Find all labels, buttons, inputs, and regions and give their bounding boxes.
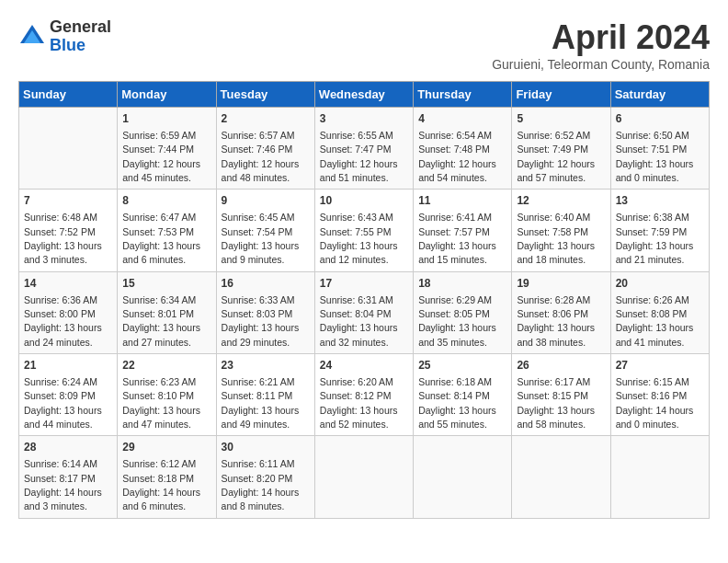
day-number: 2	[222, 111, 310, 127]
day-number: 27	[616, 358, 704, 373]
day-cell: 29Sunrise: 6:12 AM Sunset: 8:18 PM Dayli…	[118, 436, 216, 518]
day-cell: 30Sunrise: 6:11 AM Sunset: 8:20 PM Dayli…	[216, 436, 314, 518]
day-number: 10	[320, 193, 408, 209]
day-cell: 19Sunrise: 6:28 AM Sunset: 8:06 PM Dayli…	[512, 271, 610, 353]
day-number: 15	[122, 276, 210, 292]
day-cell: 14Sunrise: 6:36 AM Sunset: 8:00 PM Dayli…	[19, 271, 118, 353]
day-info: Sunrise: 6:40 AM Sunset: 7:58 PM Dayligh…	[517, 212, 595, 265]
day-cell: 24Sunrise: 6:20 AM Sunset: 8:12 PM Dayli…	[314, 354, 413, 436]
day-info: Sunrise: 6:33 AM Sunset: 8:03 PM Dayligh…	[222, 294, 300, 348]
header-cell-monday: Monday	[118, 82, 216, 108]
day-number: 28	[24, 440, 112, 455]
logo-text: General Blue	[50, 18, 111, 55]
day-cell: 3Sunrise: 6:55 AM Sunset: 7:47 PM Daylig…	[314, 108, 413, 190]
calendar-body: 1Sunrise: 6:59 AM Sunset: 7:44 PM Daylig…	[19, 108, 710, 519]
day-cell	[19, 108, 118, 190]
day-number: 6	[616, 111, 704, 127]
day-number: 26	[517, 358, 605, 373]
day-info: Sunrise: 6:50 AM Sunset: 7:51 PM Dayligh…	[616, 130, 694, 183]
day-cell: 23Sunrise: 6:21 AM Sunset: 8:11 PM Dayli…	[216, 354, 314, 436]
day-info: Sunrise: 6:38 AM Sunset: 7:59 PM Dayligh…	[616, 212, 694, 265]
header-cell-wednesday: Wednesday	[314, 82, 413, 108]
day-cell: 26Sunrise: 6:17 AM Sunset: 8:15 PM Dayli…	[512, 354, 610, 436]
day-cell	[610, 436, 709, 518]
day-info: Sunrise: 6:15 AM Sunset: 8:16 PM Dayligh…	[616, 376, 694, 430]
calendar-header: SundayMondayTuesdayWednesdayThursdayFrid…	[19, 82, 710, 108]
day-number: 18	[418, 276, 506, 292]
header-cell-tuesday: Tuesday	[216, 82, 314, 108]
day-cell: 11Sunrise: 6:41 AM Sunset: 7:57 PM Dayli…	[414, 190, 512, 271]
day-cell: 15Sunrise: 6:34 AM Sunset: 8:01 PM Dayli…	[118, 271, 216, 353]
day-cell: 4Sunrise: 6:54 AM Sunset: 7:48 PM Daylig…	[414, 108, 512, 190]
header-cell-thursday: Thursday	[414, 82, 512, 108]
page-header: General Blue April 2024 Guruieni, Teleor…	[18, 18, 710, 72]
day-info: Sunrise: 6:21 AM Sunset: 8:11 PM Dayligh…	[222, 376, 300, 430]
week-row-4: 28Sunrise: 6:14 AM Sunset: 8:17 PM Dayli…	[19, 436, 710, 518]
day-cell	[414, 436, 512, 518]
day-cell: 7Sunrise: 6:48 AM Sunset: 7:52 PM Daylig…	[19, 190, 118, 271]
day-number: 22	[122, 358, 210, 373]
day-cell: 22Sunrise: 6:23 AM Sunset: 8:10 PM Dayli…	[118, 354, 216, 436]
day-info: Sunrise: 6:18 AM Sunset: 8:14 PM Dayligh…	[418, 376, 496, 430]
day-info: Sunrise: 6:57 AM Sunset: 7:46 PM Dayligh…	[222, 130, 300, 183]
day-number: 14	[24, 276, 112, 292]
day-info: Sunrise: 6:36 AM Sunset: 8:00 PM Dayligh…	[24, 294, 102, 348]
day-info: Sunrise: 6:11 AM Sunset: 8:20 PM Dayligh…	[222, 458, 300, 511]
day-number: 20	[616, 276, 704, 292]
day-info: Sunrise: 6:55 AM Sunset: 7:47 PM Dayligh…	[320, 130, 398, 183]
day-cell: 6Sunrise: 6:50 AM Sunset: 7:51 PM Daylig…	[610, 108, 709, 190]
day-number: 19	[517, 276, 605, 292]
day-cell: 5Sunrise: 6:52 AM Sunset: 7:49 PM Daylig…	[512, 108, 610, 190]
logo-blue-text: Blue	[50, 37, 111, 55]
day-number: 24	[320, 358, 408, 373]
day-info: Sunrise: 6:26 AM Sunset: 8:08 PM Dayligh…	[616, 294, 694, 348]
day-cell: 8Sunrise: 6:47 AM Sunset: 7:53 PM Daylig…	[118, 190, 216, 271]
day-info: Sunrise: 6:48 AM Sunset: 7:52 PM Dayligh…	[24, 212, 102, 265]
day-info: Sunrise: 6:54 AM Sunset: 7:48 PM Dayligh…	[418, 130, 496, 183]
header-cell-sunday: Sunday	[19, 82, 118, 108]
day-number: 3	[320, 111, 408, 127]
title-block: April 2024 Guruieni, Teleorman County, R…	[492, 18, 710, 72]
day-cell	[512, 436, 610, 518]
calendar-table: SundayMondayTuesdayWednesdayThursdayFrid…	[18, 81, 710, 519]
day-cell: 18Sunrise: 6:29 AM Sunset: 8:05 PM Dayli…	[414, 271, 512, 353]
day-cell: 17Sunrise: 6:31 AM Sunset: 8:04 PM Dayli…	[314, 271, 413, 353]
day-number: 13	[616, 193, 704, 209]
day-number: 23	[222, 358, 310, 373]
day-number: 12	[517, 193, 605, 209]
logo-general-text: General	[50, 18, 111, 37]
day-info: Sunrise: 6:41 AM Sunset: 7:57 PM Dayligh…	[418, 212, 496, 265]
day-cell: 25Sunrise: 6:18 AM Sunset: 8:14 PM Dayli…	[414, 354, 512, 436]
day-number: 4	[418, 111, 506, 127]
day-cell: 1Sunrise: 6:59 AM Sunset: 7:44 PM Daylig…	[118, 108, 216, 190]
day-info: Sunrise: 6:59 AM Sunset: 7:44 PM Dayligh…	[122, 130, 200, 183]
day-info: Sunrise: 6:45 AM Sunset: 7:54 PM Dayligh…	[222, 212, 300, 265]
day-cell: 12Sunrise: 6:40 AM Sunset: 7:58 PM Dayli…	[512, 190, 610, 271]
day-info: Sunrise: 6:17 AM Sunset: 8:15 PM Dayligh…	[517, 376, 595, 430]
day-number: 11	[418, 193, 506, 209]
day-info: Sunrise: 6:31 AM Sunset: 8:04 PM Dayligh…	[320, 294, 398, 348]
day-cell: 9Sunrise: 6:45 AM Sunset: 7:54 PM Daylig…	[216, 190, 314, 271]
day-cell: 10Sunrise: 6:43 AM Sunset: 7:55 PM Dayli…	[314, 190, 413, 271]
day-number: 8	[122, 193, 210, 209]
day-info: Sunrise: 6:20 AM Sunset: 8:12 PM Dayligh…	[320, 376, 398, 430]
day-info: Sunrise: 6:34 AM Sunset: 8:01 PM Dayligh…	[122, 294, 200, 348]
day-info: Sunrise: 6:12 AM Sunset: 8:18 PM Dayligh…	[122, 458, 200, 511]
day-cell: 16Sunrise: 6:33 AM Sunset: 8:03 PM Dayli…	[216, 271, 314, 353]
day-cell: 13Sunrise: 6:38 AM Sunset: 7:59 PM Dayli…	[610, 190, 709, 271]
week-row-3: 21Sunrise: 6:24 AM Sunset: 8:09 PM Dayli…	[19, 354, 710, 436]
header-cell-friday: Friday	[512, 82, 610, 108]
month-title: April 2024	[492, 18, 710, 57]
day-number: 29	[122, 440, 210, 455]
day-info: Sunrise: 6:43 AM Sunset: 7:55 PM Dayligh…	[320, 212, 398, 265]
day-number: 17	[320, 276, 408, 292]
day-number: 30	[222, 440, 310, 455]
week-row-1: 7Sunrise: 6:48 AM Sunset: 7:52 PM Daylig…	[19, 190, 710, 271]
day-number: 1	[122, 111, 210, 127]
day-number: 21	[24, 358, 112, 373]
day-info: Sunrise: 6:52 AM Sunset: 7:49 PM Dayligh…	[517, 130, 595, 183]
day-info: Sunrise: 6:29 AM Sunset: 8:05 PM Dayligh…	[418, 294, 496, 348]
header-row: SundayMondayTuesdayWednesdayThursdayFrid…	[19, 82, 710, 108]
day-info: Sunrise: 6:24 AM Sunset: 8:09 PM Dayligh…	[24, 376, 102, 430]
day-cell: 28Sunrise: 6:14 AM Sunset: 8:17 PM Dayli…	[19, 436, 118, 518]
